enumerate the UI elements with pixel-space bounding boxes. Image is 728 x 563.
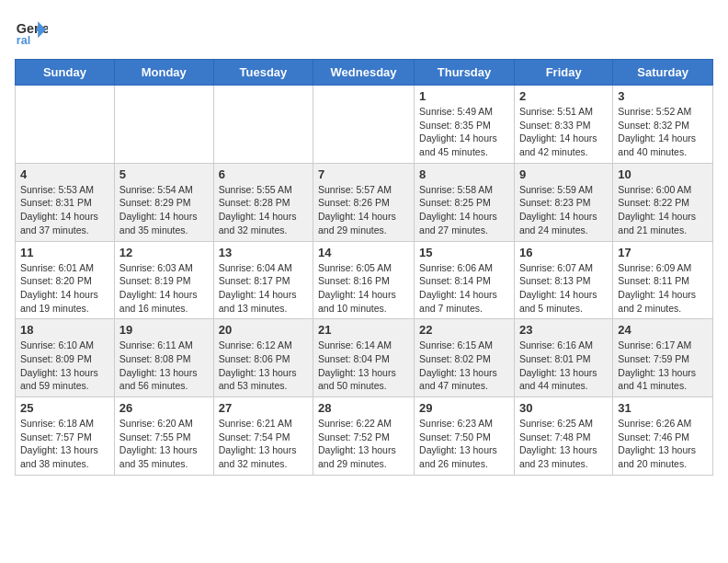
date-number: 10 [618,167,708,181]
logo-icon: Gene ral [15,15,48,48]
calendar-cell: 11Sunrise: 6:01 AMSunset: 8:20 PMDayligh… [16,241,115,319]
calendar-cell: 8Sunrise: 5:58 AMSunset: 8:25 PMDaylight… [415,163,515,241]
calendar-cell: 22Sunrise: 6:15 AMSunset: 8:02 PMDayligh… [415,319,515,397]
day-header-wednesday: Wednesday [313,60,415,86]
svg-text:ral: ral [17,34,30,47]
week-row-5: 25Sunrise: 6:18 AMSunset: 7:57 PMDayligh… [16,397,713,476]
calendar-cell: 9Sunrise: 5:59 AMSunset: 8:23 PMDaylight… [514,163,612,241]
date-number: 12 [119,246,209,259]
calendar-table: SundayMondayTuesdayWednesdayThursdayFrid… [15,59,713,476]
date-number: 4 [20,167,109,181]
cell-info: Sunrise: 6:16 AMSunset: 8:01 PMDaylight:… [519,339,608,393]
week-row-1: 1Sunrise: 5:49 AMSunset: 8:35 PMDaylight… [16,86,713,164]
day-header-tuesday: Tuesday [213,60,313,86]
day-header-thursday: Thursday [415,60,515,86]
cell-info: Sunrise: 5:54 AMSunset: 8:29 PMDaylight:… [119,183,209,237]
cell-info: Sunrise: 5:57 AMSunset: 8:26 PMDaylight:… [318,183,409,237]
cell-info: Sunrise: 6:04 AMSunset: 8:17 PMDaylight:… [219,261,308,316]
calendar-cell [313,86,415,164]
calendar-cell: 7Sunrise: 5:57 AMSunset: 8:26 PMDaylight… [313,163,415,241]
cell-info: Sunrise: 5:51 AMSunset: 8:33 PMDaylight:… [519,105,608,159]
days-header-row: SundayMondayTuesdayWednesdayThursdayFrid… [16,60,713,86]
calendar-cell: 28Sunrise: 6:22 AMSunset: 7:52 PMDayligh… [313,397,415,476]
calendar-cell: 20Sunrise: 6:12 AMSunset: 8:06 PMDayligh… [213,319,313,397]
cell-info: Sunrise: 6:23 AMSunset: 7:50 PMDaylight:… [419,417,509,471]
page-header: Gene ral [15,15,713,48]
date-number: 15 [419,246,509,259]
cell-info: Sunrise: 5:49 AMSunset: 8:35 PMDaylight:… [419,105,509,159]
cell-info: Sunrise: 6:01 AMSunset: 8:20 PMDaylight:… [20,261,109,316]
date-number: 7 [318,167,409,181]
calendar-cell [114,86,213,164]
calendar-cell: 12Sunrise: 6:03 AMSunset: 8:19 PMDayligh… [114,241,213,319]
week-row-2: 4Sunrise: 5:53 AMSunset: 8:31 PMDaylight… [16,163,713,241]
date-number: 22 [419,323,509,337]
cell-info: Sunrise: 6:25 AMSunset: 7:48 PMDaylight:… [519,417,608,471]
calendar-cell: 10Sunrise: 6:00 AMSunset: 8:22 PMDayligh… [613,163,713,241]
date-number: 2 [519,89,608,103]
calendar-cell: 15Sunrise: 6:06 AMSunset: 8:14 PMDayligh… [415,241,515,319]
day-header-monday: Monday [114,60,213,86]
date-number: 23 [519,323,608,337]
calendar-cell: 26Sunrise: 6:20 AMSunset: 7:55 PMDayligh… [114,397,213,476]
week-row-4: 18Sunrise: 6:10 AMSunset: 8:09 PMDayligh… [16,319,713,397]
cell-info: Sunrise: 5:58 AMSunset: 8:25 PMDaylight:… [419,183,509,237]
calendar-cell: 19Sunrise: 6:11 AMSunset: 8:08 PMDayligh… [114,319,213,397]
date-number: 20 [219,323,308,337]
cell-info: Sunrise: 6:00 AMSunset: 8:22 PMDaylight:… [618,183,708,237]
cell-info: Sunrise: 6:12 AMSunset: 8:06 PMDaylight:… [219,339,308,393]
day-header-friday: Friday [514,60,612,86]
calendar-cell: 2Sunrise: 5:51 AMSunset: 8:33 PMDaylight… [514,86,612,164]
calendar-cell: 17Sunrise: 6:09 AMSunset: 8:11 PMDayligh… [613,241,713,319]
cell-info: Sunrise: 6:14 AMSunset: 8:04 PMDaylight:… [318,339,409,393]
week-row-3: 11Sunrise: 6:01 AMSunset: 8:20 PMDayligh… [16,241,713,319]
calendar-cell: 13Sunrise: 6:04 AMSunset: 8:17 PMDayligh… [213,241,313,319]
calendar-cell [213,86,313,164]
cell-info: Sunrise: 5:55 AMSunset: 8:28 PMDaylight:… [219,183,308,237]
calendar-cell: 27Sunrise: 6:21 AMSunset: 7:54 PMDayligh… [213,397,313,476]
calendar-cell: 5Sunrise: 5:54 AMSunset: 8:29 PMDaylight… [114,163,213,241]
calendar-cell [16,86,115,164]
calendar-cell: 31Sunrise: 6:26 AMSunset: 7:46 PMDayligh… [613,397,713,476]
date-number: 9 [519,167,608,181]
calendar-cell: 4Sunrise: 5:53 AMSunset: 8:31 PMDaylight… [16,163,115,241]
date-number: 24 [618,323,708,337]
cell-info: Sunrise: 5:53 AMSunset: 8:31 PMDaylight:… [20,183,109,237]
date-number: 29 [419,401,509,415]
date-number: 19 [119,323,209,337]
calendar-cell: 1Sunrise: 5:49 AMSunset: 8:35 PMDaylight… [415,86,515,164]
calendar-cell: 30Sunrise: 6:25 AMSunset: 7:48 PMDayligh… [514,397,612,476]
date-number: 3 [618,89,708,103]
cell-info: Sunrise: 6:09 AMSunset: 8:11 PMDaylight:… [618,261,708,316]
date-number: 16 [519,246,608,259]
calendar-cell: 25Sunrise: 6:18 AMSunset: 7:57 PMDayligh… [16,397,115,476]
date-number: 30 [519,401,608,415]
date-number: 6 [219,167,308,181]
cell-info: Sunrise: 5:52 AMSunset: 8:32 PMDaylight:… [618,105,708,159]
calendar-cell: 18Sunrise: 6:10 AMSunset: 8:09 PMDayligh… [16,319,115,397]
day-header-sunday: Sunday [16,60,115,86]
date-number: 11 [20,246,109,259]
cell-info: Sunrise: 6:22 AMSunset: 7:52 PMDaylight:… [318,417,409,471]
date-number: 27 [219,401,308,415]
cell-info: Sunrise: 6:10 AMSunset: 8:09 PMDaylight:… [20,339,109,393]
calendar-cell: 24Sunrise: 6:17 AMSunset: 7:59 PMDayligh… [613,319,713,397]
cell-info: Sunrise: 6:17 AMSunset: 7:59 PMDaylight:… [618,339,708,393]
date-number: 14 [318,246,409,259]
cell-info: Sunrise: 6:07 AMSunset: 8:13 PMDaylight:… [519,261,608,316]
date-number: 28 [318,401,409,415]
date-number: 26 [119,401,209,415]
date-number: 31 [618,401,708,415]
cell-info: Sunrise: 6:20 AMSunset: 7:55 PMDaylight:… [119,417,209,471]
cell-info: Sunrise: 5:59 AMSunset: 8:23 PMDaylight:… [519,183,608,237]
day-header-saturday: Saturday [613,60,713,86]
calendar-cell: 16Sunrise: 6:07 AMSunset: 8:13 PMDayligh… [514,241,612,319]
date-number: 13 [219,246,308,259]
logo: Gene ral [15,15,51,48]
calendar-cell: 3Sunrise: 5:52 AMSunset: 8:32 PMDaylight… [613,86,713,164]
cell-info: Sunrise: 6:18 AMSunset: 7:57 PMDaylight:… [20,417,109,471]
date-number: 17 [618,246,708,259]
date-number: 1 [419,89,509,103]
calendar-cell: 14Sunrise: 6:05 AMSunset: 8:16 PMDayligh… [313,241,415,319]
cell-info: Sunrise: 6:11 AMSunset: 8:08 PMDaylight:… [119,339,209,393]
